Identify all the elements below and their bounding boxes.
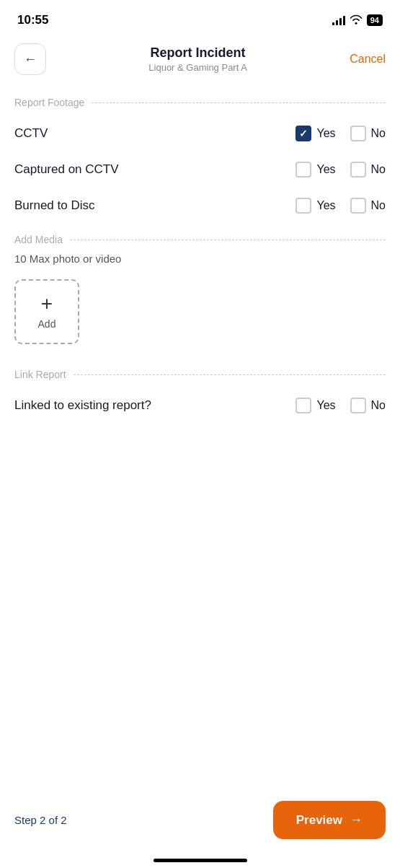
home-indicator [154,859,247,862]
wifi-icon [350,14,363,27]
report-footage-label: Report Footage [14,97,84,108]
burned-disc-no-checkbox[interactable] [350,198,366,214]
preview-button[interactable]: Preview → [273,801,386,839]
captured-cctv-no-checkbox[interactable] [350,162,366,177]
captured-cctv-yes-item[interactable]: Yes [295,162,335,177]
header: ← Report Incident Liquor & Gaming Part A… [0,36,400,87]
burned-disc-yes-label: Yes [316,199,335,212]
burned-disc-no-label: No [371,199,386,212]
linked-report-no-label: No [371,399,386,412]
burned-disc-label: Burned to Disc [14,198,95,213]
cancel-button[interactable]: Cancel [350,53,386,66]
link-report-divider-line [74,374,386,375]
linked-report-yes-label: Yes [316,399,335,412]
cctv-label: CCTV [14,126,48,141]
add-media-section-header: Add Media [0,224,400,253]
cctv-checkbox-group: Yes No [295,126,386,141]
section-divider-line [92,102,386,103]
add-media-divider-line [70,240,386,240]
signal-icon [332,15,345,25]
linked-report-no-checkbox[interactable] [350,398,366,413]
add-media-button[interactable]: + Add [14,279,79,344]
add-media-box-label: Add [38,318,56,330]
bottom-bar: Step 2 of 2 Preview → [0,789,400,868]
burned-disc-yes-checkbox[interactable] [295,198,311,214]
preview-arrow-icon: → [350,812,363,828]
burned-disc-row: Burned to Disc Yes No [0,188,400,224]
status-bar: 10:55 94 [0,0,400,36]
linked-report-row: Linked to existing report? Yes No [0,387,400,424]
captured-cctv-checkbox-group: Yes No [295,162,386,177]
linked-report-yes-checkbox[interactable] [295,398,311,413]
plus-icon: + [41,294,53,314]
page-title: Report Incident [46,45,350,61]
linked-report-label: Linked to existing report? [14,398,151,413]
burned-disc-yes-item[interactable]: Yes [295,198,335,214]
captured-cctv-no-label: No [371,163,386,176]
status-icons: 94 [332,14,383,27]
captured-cctv-yes-checkbox[interactable] [295,162,311,177]
link-report-section-header: Link Report [0,359,400,387]
header-title-block: Report Incident Liquor & Gaming Part A [46,45,350,73]
linked-report-checkbox-group: Yes No [295,398,386,413]
cctv-yes-item[interactable]: Yes [295,126,335,141]
linked-report-no-item[interactable]: No [350,398,386,413]
step-indicator: Step 2 of 2 [14,814,67,826]
cctv-no-item[interactable]: No [350,126,386,141]
add-media-area: + Add [0,273,400,359]
cctv-yes-label: Yes [316,127,335,140]
back-button[interactable]: ← [14,43,46,75]
captured-cctv-yes-label: Yes [316,163,335,176]
cctv-row: CCTV Yes No [0,115,400,152]
page-subtitle: Liquor & Gaming Part A [46,62,350,73]
captured-cctv-no-item[interactable]: No [350,162,386,177]
cctv-no-label: No [371,127,386,140]
captured-cctv-row: Captured on CCTV Yes No [0,152,400,188]
battery-indicator: 94 [367,14,383,26]
media-info: 10 Max photo or video [0,253,400,273]
burned-disc-checkbox-group: Yes No [295,198,386,214]
status-time: 10:55 [17,13,48,27]
burned-disc-no-item[interactable]: No [350,198,386,214]
report-footage-section-header: Report Footage [0,87,400,115]
cctv-yes-checkbox[interactable] [295,126,311,141]
add-media-label: Add Media [14,234,63,245]
link-report-label: Link Report [14,369,66,380]
linked-report-yes-item[interactable]: Yes [295,398,335,413]
cctv-no-checkbox[interactable] [350,126,366,141]
preview-button-label: Preview [296,813,342,828]
captured-cctv-label: Captured on CCTV [14,162,119,177]
